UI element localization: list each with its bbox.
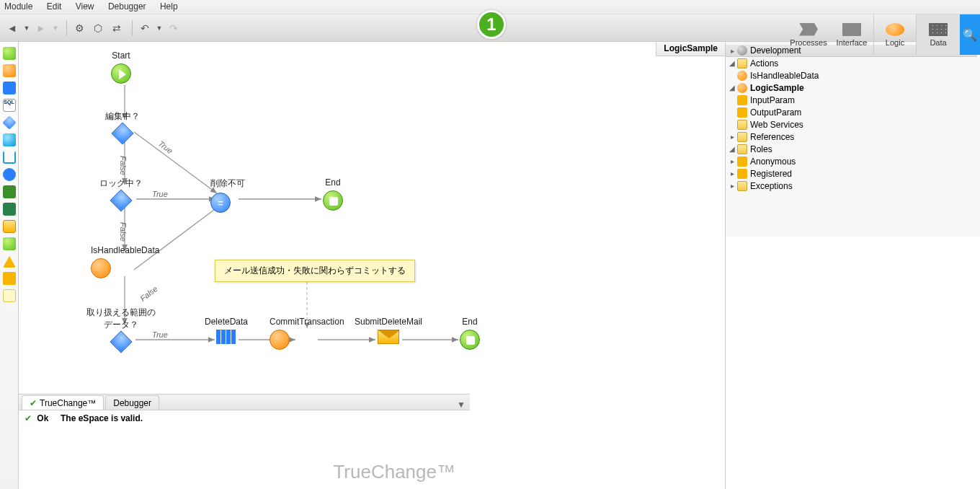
tool-foreach-icon[interactable] [3,151,16,164]
edge-label-true: True [157,139,175,156]
navtabs: Processes Interface Logic Data 🔍 [787,14,980,55]
tool-raise-icon[interactable] [3,272,16,285]
start-icon [111,63,131,84]
node-if-editing[interactable]: 編集中？ [105,110,140,144]
if-icon [110,330,132,353]
menu-debugger[interactable]: Debugger [108,1,146,12]
nav-back-dropdown[interactable]: ▼ [23,20,30,36]
tree-ishandleable[interactable]: IsHandleableData [726,69,977,82]
tree-outputparam-label: OutputParam [750,107,801,118]
tool-start-icon[interactable] [3,47,16,60]
tab-debugger[interactable]: Debugger [105,395,159,410]
node-action-ishandleable[interactable]: IsHandleableData [91,245,159,278]
action-icon [737,71,747,81]
node-mail-submit[interactable]: SubmitDeleteMail [355,317,422,347]
bottom-collapse-icon[interactable]: ▼ [457,400,466,410]
gear-icon[interactable]: ⚙ [71,20,87,36]
tree-roles[interactable]: ◢ Roles [726,143,977,155]
redo-button[interactable]: ↷ [166,20,182,36]
tree-ishandleable-label: IsHandleableData [750,71,819,81]
node-if-range[interactable]: 取り扱える範囲の データ？ [86,307,156,352]
navtab-interface-label: Interface [837,38,868,47]
menu-module[interactable]: Module [4,1,32,12]
navtab-interface[interactable]: Interface [830,14,873,55]
folder-icon [737,120,747,130]
tree-outputparam[interactable]: OutputParam [726,106,977,118]
node-assign-nodelete[interactable]: 削除不可 = [210,177,245,213]
tree-roles-label: Roles [750,144,772,154]
end-icon [460,330,480,350]
tree-actions[interactable]: ◢ Actions [726,57,977,69]
tree-actions-label: Actions [750,58,778,69]
menu-help[interactable]: Help [160,1,178,12]
globe-icon [737,45,747,56]
folder-icon [737,144,747,154]
node-action-commit[interactable]: CommitTransaction [270,317,344,350]
nav-back-button[interactable]: ◄ [4,20,20,36]
node-if-locked[interactable]: ロック中？ [99,177,143,211]
node-if-editing-label: 編集中？ [105,110,140,123]
navtab-data[interactable]: Data [917,14,960,55]
logic-icon [886,23,904,36]
processes-icon [799,23,818,36]
node-comment[interactable]: メール送信成功・失敗に関わらずコミットする [215,260,415,282]
merge-icon[interactable]: ⬡ [90,20,106,36]
menu-view[interactable]: View [76,1,94,12]
tree-role-registered[interactable]: ▸ Registered [726,167,977,180]
tool-end-icon[interactable] [3,237,16,250]
tree-webservices[interactable]: Web Services [726,118,977,131]
tree-webservices-label: Web Services [750,120,803,130]
tool-sql-icon[interactable]: SQL [3,99,16,112]
tree-role-anonymous[interactable]: ▸ Anonymous [726,155,977,167]
tool-action-icon[interactable] [3,64,16,77]
undo-dropdown[interactable]: ▼ [156,20,163,36]
menu-edit[interactable]: Edit [47,1,62,12]
action-icon [737,83,747,93]
tree-inputparam[interactable]: InputParam [726,94,977,106]
node-aggregate-label: DeleteData [205,317,248,327]
check-icon: ✔ [30,398,37,408]
node-action-label: IsHandleableData [91,245,159,255]
nav-forward-dropdown[interactable]: ▼ [52,20,59,36]
tree-logicsample[interactable]: ◢ LogicSample [726,82,977,94]
properties-panel [726,237,980,489]
data-icon [929,23,948,36]
tab-truechange-label: TrueChange™ [40,398,96,408]
tab-truechange[interactable]: ✔ TrueChange™ [22,395,104,410]
edge-label-true: True [152,190,168,198]
node-end-1[interactable]: End [323,177,343,211]
folder-icon [737,181,747,191]
tree-logicsample-label: LogicSample [750,83,804,93]
tool-if-icon[interactable] [2,115,17,130]
tool-exception-icon[interactable] [3,255,16,268]
node-aggregate-deletedata[interactable]: DeleteData [205,317,248,347]
node-if-locked-label: ロック中？ [99,177,143,190]
tool-aggregate-icon[interactable] [3,82,16,94]
tool-recordlist-to-excel-icon[interactable] [3,185,16,198]
flow-canvas[interactable]: LogicSample False True True [19,42,725,489]
tool-sendmail-icon[interactable] [3,220,16,233]
tree-exceptions[interactable]: ▸ Exceptions [726,180,977,192]
tree-references[interactable]: ▸ References [726,131,977,143]
nav-forward-button[interactable]: ► [33,20,49,36]
output-param-icon [737,107,747,118]
element-tree[interactable]: ▸ Development ◢ Actions IsHandleableData… [726,42,980,237]
tool-comment-icon[interactable] [3,289,16,302]
tree-exceptions-label: Exceptions [750,181,793,191]
undo-button[interactable]: ↶ [137,20,153,36]
node-start[interactable]: Start [111,50,131,84]
navtab-processes[interactable]: Processes [787,14,830,55]
compare-icon[interactable]: ⇄ [109,20,125,36]
status-ok: Ok [37,413,48,423]
navtab-search[interactable]: 🔍 [960,14,980,55]
tool-excel-to-recordlist-icon[interactable] [3,203,16,216]
tool-assign-icon[interactable] [3,168,16,181]
node-commit-label: CommitTransaction [270,317,344,327]
tool-switch-icon[interactable] [3,133,16,146]
canvas-tab[interactable]: LogicSample [656,42,725,56]
node-start-label: Start [111,50,131,61]
navtab-logic[interactable]: Logic [873,14,917,55]
node-end-2[interactable]: End [460,317,480,350]
input-param-icon [737,95,747,105]
assign-icon: = [210,193,231,213]
